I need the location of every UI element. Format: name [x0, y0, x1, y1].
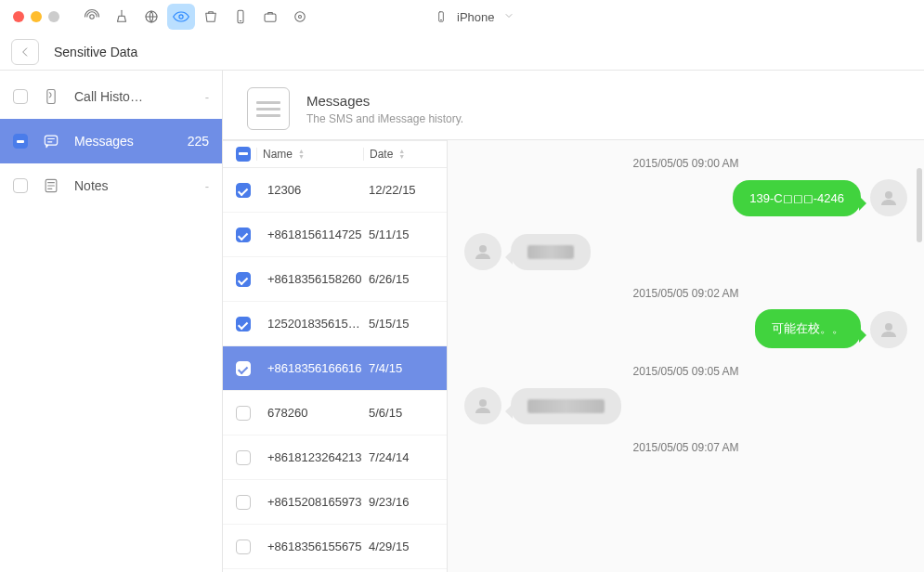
eye-icon[interactable]	[167, 4, 195, 30]
sidebar-item-label: Messages	[74, 134, 175, 149]
avatar	[870, 179, 907, 216]
list-row[interactable]: +86183561556754/29/15	[223, 525, 447, 569]
list-row[interactable]: +86181232642137/24/14	[223, 436, 447, 480]
call-history-icon	[41, 87, 61, 106]
list-row[interactable]: +86183561666167/4/15	[223, 346, 447, 391]
sidebar-item-label: Notes	[74, 178, 192, 193]
row-date: 4/29/15	[363, 540, 439, 553]
list-row[interactable]: 6782605/6/15	[223, 391, 447, 436]
content-area: Messages The SMS and iMessage history. N…	[223, 71, 924, 572]
cast-icon[interactable]	[78, 4, 106, 30]
notes-icon	[41, 176, 61, 195]
sort-arrows-icon: ▲▼	[298, 149, 305, 160]
sidebar-item-messages[interactable]: Messages 225	[0, 119, 222, 163]
device-phone-icon	[435, 10, 448, 23]
svg-point-2	[179, 15, 183, 19]
clean-icon[interactable]	[108, 4, 136, 30]
message-list-panel: Name ▲▼ Date ▲▼ 1230612/22/15+8618156114…	[223, 140, 448, 572]
row-name: +8618123264213	[256, 450, 363, 464]
row-name: 678260	[256, 406, 363, 420]
svg-point-6	[299, 16, 302, 19]
list-row[interactable]: +86181561147255/11/15	[223, 213, 447, 257]
outgoing-message: 139-C◻◻◻-4246	[464, 179, 907, 216]
messages-icon	[41, 132, 61, 150]
outgoing-message: 可能在校。。	[464, 309, 907, 348]
row-checkbox[interactable]	[236, 317, 251, 332]
chat-timestamp: 2015/05/05 09:02 AM	[464, 287, 907, 300]
row-checkbox[interactable]	[236, 183, 251, 198]
conversation-panel[interactable]: 2015/05/05 09:00 AM139-C◻◻◻-4246████…201…	[448, 140, 924, 572]
row-checkbox[interactable]	[236, 495, 251, 510]
maximize-window-button[interactable]	[48, 11, 59, 22]
sidebar-item-notes[interactable]: Notes -	[0, 163, 222, 208]
row-name: +8615208165973	[256, 495, 363, 509]
column-header-date[interactable]: Date ▲▼	[363, 148, 439, 161]
row-checkbox[interactable]	[236, 450, 251, 465]
message-list[interactable]: 1230612/22/15+86181561147255/11/15+86183…	[223, 168, 447, 572]
row-checkbox[interactable]	[236, 406, 251, 421]
checkbox[interactable]	[13, 89, 28, 104]
chevron-left-icon	[19, 46, 32, 58]
trash-icon[interactable]	[197, 4, 225, 30]
minimize-window-button[interactable]	[31, 11, 42, 22]
sort-arrows-icon: ▲▼	[398, 149, 405, 160]
row-checkbox[interactable]	[236, 361, 251, 376]
detail-header: Messages The SMS and iMessage history.	[223, 71, 924, 139]
row-name: 12306	[256, 183, 363, 197]
page-title: Sensitive Data	[54, 45, 137, 59]
row-name: +8618356158260	[256, 272, 363, 286]
row-checkbox[interactable]	[236, 540, 251, 554]
list-row[interactable]: 1230612/22/15	[223, 168, 447, 213]
briefcase-icon[interactable]	[256, 4, 284, 30]
svg-point-5	[295, 12, 306, 22]
device-name: iPhone	[457, 10, 494, 24]
row-checkbox[interactable]	[236, 228, 251, 242]
chat-timestamp: 2015/05/05 09:05 AM	[464, 365, 907, 378]
sub-toolbar: Sensitive Data	[0, 33, 924, 71]
avatar	[464, 233, 501, 270]
select-all-checkbox[interactable]	[236, 147, 251, 162]
avatar	[870, 311, 907, 348]
messages-large-icon	[247, 87, 290, 130]
list-row[interactable]: +86183561582606/26/15	[223, 257, 447, 302]
column-header-name[interactable]: Name ▲▼	[256, 148, 363, 161]
list-header: Name ▲▼ Date ▲▼	[223, 140, 447, 168]
row-date: 9/23/16	[363, 495, 439, 509]
row-name: +8618356155675	[256, 540, 363, 553]
chevron-down-icon	[503, 10, 514, 24]
message-bubble: █████████	[511, 388, 621, 424]
incoming-message: █████████	[464, 387, 907, 424]
checkbox[interactable]	[13, 178, 28, 193]
list-row[interactable]: 125201835615…5/15/15	[223, 302, 447, 346]
svg-point-11	[885, 191, 892, 199]
detail-subtitle: The SMS and iMessage history.	[306, 112, 463, 125]
svg-rect-9	[45, 136, 57, 145]
sidebar: Call Histo… - Messages 225 Notes -	[0, 71, 223, 572]
svg-rect-4	[265, 14, 276, 21]
row-checkbox[interactable]	[236, 272, 251, 287]
sidebar-item-count: -	[205, 179, 209, 193]
window-toolbar: iPhone	[0, 0, 924, 33]
phone-device-icon[interactable]	[227, 4, 254, 30]
traffic-lights	[13, 11, 59, 22]
checkbox-indeterminate[interactable]	[13, 134, 28, 149]
back-button[interactable]	[11, 39, 39, 65]
detail-title: Messages	[306, 93, 463, 109]
list-row[interactable]: +86152081659739/23/16	[223, 480, 447, 525]
row-date: 5/6/15	[363, 406, 439, 420]
globe-icon[interactable]	[137, 4, 165, 30]
svg-point-14	[479, 399, 487, 407]
scrollbar-thumb[interactable]	[917, 168, 922, 242]
message-bubble: ████…	[511, 234, 591, 270]
sidebar-item-count: 225	[188, 134, 209, 149]
device-selector[interactable]: iPhone	[427, 6, 522, 28]
message-bubble: 可能在校。。	[755, 309, 861, 348]
incoming-message: ████…	[464, 233, 907, 270]
main-area: Call Histo… - Messages 225 Notes -	[0, 71, 924, 572]
ring-icon[interactable]	[286, 4, 314, 30]
row-name: +8618356166616	[256, 361, 363, 375]
svg-point-0	[90, 15, 95, 20]
close-window-button[interactable]	[13, 11, 24, 22]
svg-point-12	[479, 245, 487, 253]
sidebar-item-call-history[interactable]: Call Histo… -	[0, 74, 222, 119]
